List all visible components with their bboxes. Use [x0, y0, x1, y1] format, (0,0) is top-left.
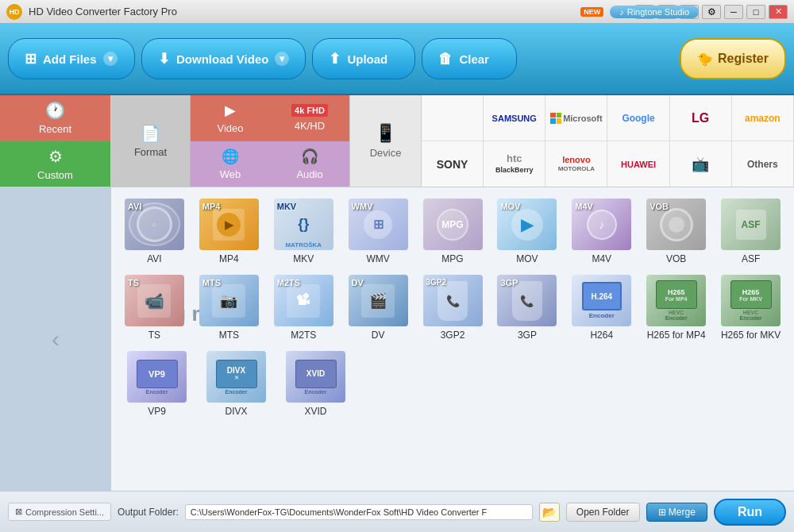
- brand-apple[interactable]: [422, 95, 484, 141]
- audio-label: Audio: [296, 168, 322, 180]
- wmv-label: WMV: [366, 253, 389, 264]
- left-arrow-icon: ‹: [52, 326, 60, 353]
- video-label: Video: [217, 122, 243, 134]
- maximize-button[interactable]: □: [746, 5, 765, 19]
- format-row-3: VP9 Encoder VP9 DIVX ✕ Encoder: [119, 348, 786, 420]
- device-category[interactable]: 📱 Device: [350, 95, 422, 187]
- format-h264[interactable]: H.264 Encoder H264: [566, 272, 637, 344]
- brand-google[interactable]: Google: [607, 95, 669, 141]
- custom-category[interactable]: ⚙ Custom: [0, 141, 110, 187]
- format-vp9[interactable]: VP9 Encoder VP9: [119, 348, 195, 420]
- merge-button[interactable]: ⊞ Merge: [646, 503, 707, 522]
- huawei-label: HUAWEI: [621, 160, 656, 169]
- brand-amazon[interactable]: amazon: [732, 95, 794, 141]
- format-h265mp4[interactable]: H265 For MP4 HEVC Encoder H265 for MP4: [641, 272, 711, 344]
- format-3gp2[interactable]: 📞 3GP2 3GP2: [418, 272, 488, 344]
- format-m2ts[interactable]: 📽 M2TS M2TS: [268, 272, 339, 344]
- format-mkv[interactable]: {} MKV MATROŠKA MKV: [268, 195, 339, 268]
- format-dv[interactable]: 🎬 DV DV: [343, 272, 414, 344]
- lg-label: LG: [692, 111, 709, 125]
- m2ts-label: M2TS: [291, 330, 316, 341]
- left-sidebar[interactable]: ‹: [0, 187, 111, 491]
- download-icon: ⬇: [158, 50, 170, 67]
- upload-label: Upload: [347, 52, 387, 66]
- compression-icon: ⊠: [15, 507, 22, 517]
- run-label: Run: [738, 505, 762, 519]
- htc-label: htc BlackBerry: [495, 152, 534, 175]
- format-row-2: 📹 TS TS 📷 MTS MTS: [119, 272, 786, 344]
- format-asf[interactable]: ASF ASF: [715, 195, 786, 268]
- upload-button[interactable]: ⬆ Upload: [312, 38, 415, 79]
- format-mov[interactable]: ▶ MOV MOV: [491, 195, 562, 268]
- mid-top-row: ▶ Video 4k FHD 4K/HD: [191, 95, 349, 141]
- output-folder-label: Output Folder:: [118, 507, 179, 518]
- asf-label: ASF: [742, 253, 760, 264]
- download-video-button[interactable]: ⬇ Download Video ▾: [141, 38, 306, 79]
- register-button[interactable]: 🐤 Register: [680, 38, 786, 79]
- 3gp2-label: 3GP2: [441, 330, 465, 341]
- toolbar: ⊞ Add Files ▾ ⬇ Download Video ▾ ⬆ Uploa…: [0, 24, 794, 95]
- mid-categories: ▶ Video 4k FHD 4K/HD 🌐 Web 🎧 Audio: [191, 95, 350, 187]
- web-category[interactable]: 🌐 Web: [191, 141, 270, 187]
- tv-icon: 📺: [692, 156, 709, 173]
- brand-lg[interactable]: LG: [670, 95, 732, 141]
- google-label: Google: [622, 113, 654, 124]
- run-button[interactable]: Run: [714, 499, 786, 526]
- brand-htc[interactable]: htc BlackBerry: [484, 141, 545, 187]
- format-mpg[interactable]: MPG MPG: [418, 195, 488, 268]
- brand-tv[interactable]: 📺: [670, 141, 732, 187]
- brand-lenovo[interactable]: lenovo MOTOROLA: [545, 141, 607, 187]
- brand-others[interactable]: Others: [732, 141, 794, 187]
- format-mp4[interactable]: ▶ MP4 MP4: [194, 195, 264, 268]
- open-folder-button[interactable]: Open Folder: [566, 503, 640, 522]
- format-3gp[interactable]: 📞 3GP 3GP: [491, 272, 562, 344]
- add-files-dropdown-icon[interactable]: ▾: [103, 52, 118, 66]
- ts-label: TS: [148, 330, 160, 341]
- 4k-category[interactable]: 4k FHD 4K/HD: [270, 95, 349, 141]
- ringtone-studio-button[interactable]: ♪ Ringtone Studio: [610, 6, 699, 18]
- brand-microsoft[interactable]: Microsoft: [545, 95, 607, 141]
- brand-samsung[interactable]: SAMSUNG: [484, 95, 545, 141]
- format-category[interactable]: 📄 Format: [111, 95, 191, 187]
- video-icon: ▶: [225, 102, 236, 119]
- close-button[interactable]: ✕: [769, 5, 788, 19]
- titlebar: HD HD Video Converter Factory Pro NEW ♪ …: [0, 0, 794, 24]
- format-avi[interactable]: ○ AVI AVI: [119, 195, 190, 268]
- browse-folder-button[interactable]: 📂: [539, 503, 560, 522]
- dv-label: DV: [372, 330, 385, 341]
- format-ts[interactable]: 📹 TS TS: [119, 272, 190, 344]
- left-categories: 🕐 Recent ⚙ Custom: [0, 95, 111, 187]
- add-files-button[interactable]: ⊞ Add Files ▾: [8, 38, 135, 79]
- video-category[interactable]: ▶ Video: [191, 95, 270, 141]
- format-divx[interactable]: DIVX ✕ Encoder DIVX: [198, 348, 274, 420]
- format-xvid[interactable]: XVID Encoder XVID: [278, 348, 353, 420]
- format-wmv[interactable]: ⊞ WMV WMV: [343, 195, 414, 268]
- clear-label: Clear: [459, 52, 489, 66]
- brand-sony[interactable]: SONY: [422, 141, 484, 187]
- format-m4v[interactable]: ♪ M4V M4V: [566, 195, 637, 268]
- microsoft-label: Microsoft: [550, 113, 603, 124]
- custom-icon: ⚙: [48, 147, 63, 166]
- folder-icon: 📂: [542, 506, 556, 519]
- format-mts[interactable]: 📷 MTS MTS: [194, 272, 264, 344]
- audio-category[interactable]: 🎧 Audio: [270, 141, 349, 187]
- brand-huawei[interactable]: HUAWEI: [607, 141, 669, 187]
- recent-category[interactable]: 🕐 Recent: [0, 95, 110, 141]
- web-label: Web: [220, 168, 241, 180]
- 4k-icon: 4k FHD: [291, 104, 328, 117]
- mkv-label: MKV: [293, 253, 314, 264]
- amazon-label: amazon: [745, 113, 781, 124]
- avi-label: AVI: [147, 253, 161, 264]
- format-vob[interactable]: VOB VOB: [641, 195, 711, 268]
- clear-icon: 🗑: [438, 51, 453, 67]
- download-dropdown-icon[interactable]: ▾: [275, 52, 289, 66]
- format-row-1: ○ AVI AVI ▶ MP4: [119, 195, 786, 268]
- lenovo-label: lenovo MOTOROLA: [558, 154, 596, 174]
- clear-button[interactable]: 🗑 Clear: [422, 38, 517, 79]
- format-h265mkv[interactable]: H265 For MKV HEVC Encoder H265 for MKV: [715, 272, 786, 344]
- titlebar-left: HD HD Video Converter Factory Pro: [6, 4, 177, 20]
- minimize-button[interactable]: ─: [724, 5, 743, 19]
- compression-settings-button[interactable]: ⊠ Compression Setti...: [8, 503, 111, 521]
- download-label: Download Video: [176, 52, 268, 66]
- settings-button[interactable]: ⚙: [702, 5, 721, 19]
